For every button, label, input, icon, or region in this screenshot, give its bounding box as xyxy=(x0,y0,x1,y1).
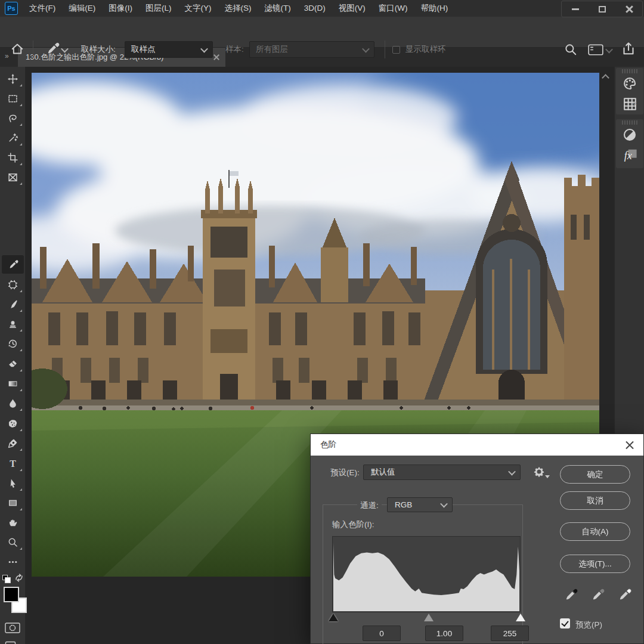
minimize-button[interactable] xyxy=(562,1,589,17)
window-controls xyxy=(561,1,643,17)
foreground-color-swatch[interactable] xyxy=(4,587,19,602)
search-icon[interactable] xyxy=(564,43,577,58)
sample-label: 样本: xyxy=(225,41,244,58)
gamma-level-input[interactable] xyxy=(425,626,463,641)
gamma-slider[interactable] xyxy=(424,614,434,621)
current-tool-eyedropper-icon[interactable] xyxy=(45,42,60,58)
maximize-button[interactable] xyxy=(589,1,615,17)
eyedropper-tool[interactable] xyxy=(2,255,24,274)
color-controls xyxy=(0,572,26,623)
black-level-input[interactable] xyxy=(363,626,401,641)
home-icon[interactable] xyxy=(11,42,24,57)
menu-item-filter[interactable]: 滤镜(T) xyxy=(258,0,298,17)
chevron-down-icon xyxy=(200,45,208,52)
menu-item-edit[interactable]: 编辑(E) xyxy=(62,0,102,17)
sample-layers-dropdown: 所有图层 xyxy=(249,41,374,58)
eraser-tool[interactable] xyxy=(2,355,24,373)
white-level-input[interactable] xyxy=(491,626,529,641)
quick-mask-mode[interactable] xyxy=(5,623,20,635)
levels-histogram xyxy=(332,536,521,612)
workspace-switcher-icon[interactable] xyxy=(588,44,603,57)
options-button[interactable]: 选项(T)... xyxy=(560,555,630,573)
chevron-down-icon xyxy=(440,500,448,508)
rectangular-marquee-tool[interactable] xyxy=(2,89,24,108)
move-tool[interactable] xyxy=(2,70,24,88)
menu-item-image[interactable]: 图像(I) xyxy=(102,0,139,17)
panels-collapse-icon[interactable]: « xyxy=(633,99,636,107)
hand-tool[interactable] xyxy=(2,513,24,532)
black-point-slider[interactable] xyxy=(329,614,338,621)
preset-options-gear-icon[interactable] xyxy=(533,466,545,479)
pen-tool[interactable] xyxy=(2,434,24,453)
dialog-close-icon[interactable] xyxy=(625,440,634,449)
sponge-tool[interactable] xyxy=(2,414,24,433)
levels-dialog-title: 色阶 xyxy=(320,439,336,450)
close-button[interactable] xyxy=(615,1,642,17)
swatches-panel-icon[interactable] xyxy=(616,94,643,114)
white-point-slider[interactable] xyxy=(516,614,525,621)
screen-mode-button[interactable] xyxy=(5,641,20,644)
share-icon[interactable] xyxy=(621,42,636,58)
show-sampling-ring-checkbox xyxy=(392,46,400,54)
sample-size-dropdown[interactable]: 取样点 xyxy=(125,41,213,58)
menu-item-help[interactable]: 帮助(H) xyxy=(414,0,454,17)
type-tool[interactable]: T xyxy=(2,454,24,473)
preset-dropdown[interactable]: 默认值 xyxy=(363,465,521,480)
panel-grip[interactable] xyxy=(622,120,637,125)
levels-dialog-titlebar[interactable]: 色阶 xyxy=(311,434,643,456)
history-brush-tool[interactable] xyxy=(2,335,24,353)
sample-size-value: 取样点 xyxy=(125,44,202,55)
brush-tool[interactable] xyxy=(2,295,24,314)
preset-value: 默认值 xyxy=(364,467,509,478)
healing-brush-tool[interactable] xyxy=(2,275,24,294)
cancel-button[interactable]: 取消 xyxy=(560,491,630,510)
menu-item-3d[interactable]: 3D(D) xyxy=(298,0,332,17)
tool-bar: T xyxy=(0,67,26,644)
tab-close-icon[interactable] xyxy=(213,54,219,60)
photoshop-window: Ps 文件(F) 编辑(E) 图像(I) 图层(L) 文字(Y) 选择(S) 滤… xyxy=(0,0,644,644)
auto-button[interactable]: 自动(A) xyxy=(560,522,630,541)
styles-fx-panel-icon[interactable]: fx xyxy=(616,145,643,165)
rectangle-tool[interactable] xyxy=(2,494,24,512)
adjustments-panel-icon[interactable] xyxy=(616,125,643,145)
color-panel-icon[interactable] xyxy=(616,73,643,94)
chevron-down-icon xyxy=(362,45,370,52)
gray-point-eyedropper-icon[interactable] xyxy=(590,588,605,604)
photoshop-logo[interactable]: Ps xyxy=(5,2,18,15)
menu-item-view[interactable]: 视图(V) xyxy=(332,0,372,17)
scroll-up-icon[interactable] xyxy=(602,74,609,82)
menu-item-file[interactable]: 文件(F) xyxy=(23,0,62,17)
sample-layers-value: 所有图层 xyxy=(250,44,363,55)
toolbar-expand-icon[interactable]: » xyxy=(5,52,8,60)
sample-size-label: 取样大小: xyxy=(81,41,116,58)
ok-button[interactable]: 确定 xyxy=(560,465,630,484)
panel-group-color xyxy=(616,68,643,114)
type-tool-glyph: T xyxy=(10,459,16,469)
panel-grip[interactable] xyxy=(622,69,637,73)
show-sampling-ring-label: 显示取样环 xyxy=(405,41,446,58)
menu-item-layer[interactable]: 图层(L) xyxy=(139,0,178,17)
gradient-tool[interactable] xyxy=(2,374,24,393)
zoom-tool[interactable] xyxy=(2,533,24,552)
menu-item-type[interactable]: 文字(Y) xyxy=(178,0,218,17)
blur-tool[interactable] xyxy=(2,394,24,413)
close-icon xyxy=(625,5,633,13)
white-point-eyedropper-icon[interactable] xyxy=(617,588,631,604)
options-divider xyxy=(385,41,385,58)
preset-label: 预设(E): xyxy=(330,467,360,478)
crop-tool[interactable] xyxy=(2,148,24,167)
channel-dropdown[interactable]: RGB xyxy=(387,497,453,512)
chevron-down-icon xyxy=(508,467,516,475)
magic-wand-tool[interactable] xyxy=(2,129,24,147)
lasso-tool[interactable] xyxy=(2,109,24,128)
frame-tool[interactable] xyxy=(2,168,24,187)
path-selection-tool[interactable] xyxy=(2,474,24,493)
channel-value: RGB xyxy=(388,500,441,509)
levels-dialog: 色阶 预设(E): 默认值 确定 取消 通道: RGB 输入色阶(I): xyxy=(310,434,644,644)
menu-item-window[interactable]: 窗口(W) xyxy=(372,0,414,17)
clone-stamp-tool[interactable] xyxy=(2,315,24,333)
menu-item-select[interactable]: 选择(S) xyxy=(218,0,258,17)
preview-checkbox[interactable] xyxy=(560,618,570,628)
black-point-eyedropper-icon[interactable] xyxy=(564,588,578,604)
options-bar: 取样大小: 取样点 样本: 所有图层 显示取样环 xyxy=(0,17,644,48)
